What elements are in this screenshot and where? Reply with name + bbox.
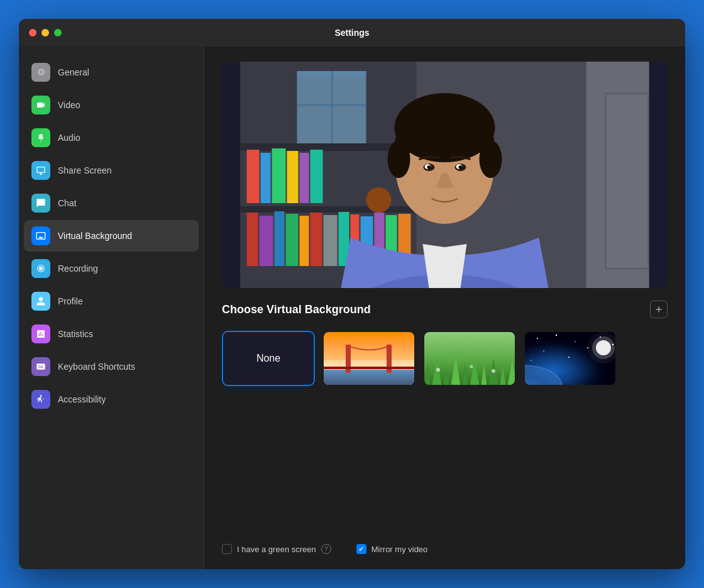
svg-point-2: [40, 395, 42, 397]
sidebar-label-keyboard-shortcuts: Keyboard Shortcuts: [58, 362, 135, 372]
video-icon: [31, 96, 50, 114]
backgrounds-grid: None: [222, 331, 668, 386]
svg-rect-8: [260, 216, 273, 266]
sidebar-item-general[interactable]: ⚙ General: [24, 57, 199, 88]
mirror-video-label: Mirror my video: [371, 545, 428, 554]
svg-rect-22: [272, 148, 286, 203]
svg-point-62: [543, 350, 544, 352]
sidebar-item-video[interactable]: Video: [24, 89, 199, 121]
section-header: Choose Virtual Background: [222, 301, 668, 318]
chat-icon: [31, 194, 50, 213]
sidebar-item-recording[interactable]: Recording: [24, 253, 199, 284]
svg-rect-12: [311, 213, 322, 266]
settings-window: Settings ⚙ General Video Audio: [19, 19, 685, 569]
share-screen-icon: [31, 161, 50, 180]
svg-rect-13: [324, 215, 338, 266]
recording-icon: [31, 259, 50, 278]
sidebar-label-recording: Recording: [58, 263, 98, 274]
sidebar-label-accessibility: Accessibility: [58, 394, 106, 404]
titlebar: Settings: [19, 19, 685, 47]
mirror-video-checkbox[interactable]: [356, 544, 366, 554]
maximize-button[interactable]: [54, 29, 62, 36]
sidebar-item-chat[interactable]: Chat: [24, 187, 199, 219]
svg-point-55: [492, 369, 495, 373]
svg-point-54: [470, 365, 473, 369]
titlebar-controls: [29, 29, 62, 36]
svg-rect-20: [247, 150, 260, 203]
background-option-nature[interactable]: [423, 331, 516, 386]
sidebar-item-share-screen[interactable]: Share Screen: [24, 155, 199, 186]
green-screen-option[interactable]: I have a green screen ?: [222, 544, 331, 554]
svg-point-59: [575, 341, 576, 342]
sidebar-item-virtual-background[interactable]: Virtual Background: [24, 220, 199, 252]
svg-point-44: [427, 165, 431, 169]
svg-point-57: [537, 338, 538, 339]
window-title: Settings: [334, 28, 369, 38]
window-content: ⚙ General Video Audio Share Screen: [19, 47, 685, 569]
sidebar-label-virtual-background: Virtual Background: [58, 231, 132, 241]
main-panel: Choose Virtual Background None: [204, 47, 685, 569]
close-button[interactable]: [29, 29, 36, 36]
svg-rect-7: [247, 213, 258, 266]
sidebar: ⚙ General Video Audio Share Screen: [19, 47, 204, 569]
svg-rect-25: [311, 150, 323, 203]
svg-rect-21: [261, 153, 271, 203]
background-option-none[interactable]: None: [222, 331, 315, 386]
audio-icon: [31, 128, 50, 147]
svg-point-1: [39, 267, 43, 270]
sidebar-label-general: General: [58, 67, 89, 77]
minimize-button[interactable]: [41, 29, 49, 36]
svg-point-38: [388, 140, 410, 178]
svg-rect-24: [300, 153, 309, 203]
sidebar-label-share-screen: Share Screen: [58, 165, 112, 175]
virtual-background-icon: [31, 226, 50, 245]
add-background-button[interactable]: [650, 301, 668, 318]
sidebar-label-video: Video: [58, 100, 80, 110]
svg-rect-11: [300, 216, 309, 266]
sidebar-label-chat: Chat: [58, 198, 77, 208]
background-none-label: None: [256, 353, 280, 364]
footer-options: I have a green screen ? Mirror my video: [222, 539, 668, 554]
svg-point-45: [459, 165, 463, 169]
svg-rect-6: [241, 206, 417, 213]
mirror-video-option[interactable]: Mirror my video: [356, 544, 428, 554]
green-screen-checkbox[interactable]: [222, 544, 232, 554]
green-screen-label: I have a green screen: [237, 545, 316, 554]
sidebar-item-audio[interactable]: Audio: [24, 122, 199, 153]
green-screen-help-icon[interactable]: ?: [321, 544, 331, 554]
sidebar-item-keyboard-shortcuts[interactable]: Keyboard Shortcuts: [24, 351, 199, 382]
svg-rect-48: [324, 370, 415, 386]
svg-point-58: [556, 335, 557, 336]
svg-rect-51: [324, 367, 415, 369]
svg-point-39: [480, 140, 502, 178]
general-icon: ⚙: [31, 63, 50, 82]
sidebar-item-statistics[interactable]: Statistics: [24, 318, 199, 350]
sidebar-label-audio: Audio: [58, 133, 80, 143]
sidebar-label-profile: Profile: [58, 296, 83, 306]
svg-rect-29: [297, 104, 366, 106]
svg-rect-28: [331, 71, 334, 143]
svg-point-53: [436, 368, 440, 372]
accessibility-icon: [31, 390, 50, 409]
sidebar-label-statistics: Statistics: [58, 329, 93, 339]
profile-icon: [31, 292, 50, 311]
statistics-icon: [31, 325, 50, 343]
background-option-space[interactable]: [524, 331, 617, 386]
keyboard-shortcuts-icon: [31, 357, 50, 376]
sidebar-item-profile[interactable]: Profile: [24, 286, 199, 317]
background-option-golden-gate[interactable]: [322, 331, 415, 386]
sidebar-item-accessibility[interactable]: Accessibility: [24, 384, 199, 415]
svg-rect-33: [607, 94, 648, 268]
svg-rect-10: [286, 214, 299, 266]
svg-rect-23: [287, 151, 299, 203]
webcam-preview: [222, 62, 668, 288]
svg-rect-9: [275, 211, 285, 266]
section-title: Choose Virtual Background: [222, 303, 371, 316]
svg-point-30: [366, 187, 392, 213]
